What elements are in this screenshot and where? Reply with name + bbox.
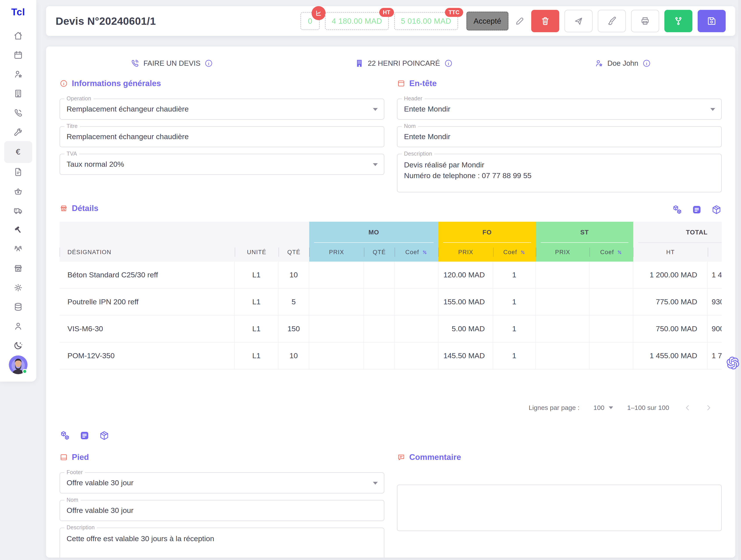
col-mo-qte: QTÉ: [364, 243, 395, 262]
entete-description-textarea[interactable]: Description Devis réalisé par Mondir Num…: [397, 154, 722, 192]
building-icon: [355, 59, 364, 68]
sidebar-item-home[interactable]: [4, 30, 32, 42]
table-row[interactable]: Béton Standard C25/30 reff L1 10 120.00 …: [60, 262, 722, 289]
table-toolbar-bottom: [60, 430, 722, 441]
sidebar-item-team[interactable]: [4, 243, 32, 255]
titre-input[interactable]: Titre Remplacement échangeur chaudière: [60, 126, 384, 147]
section-title-text: Commentaire: [409, 453, 461, 462]
sidebar-item-client[interactable]: [4, 68, 32, 80]
field-value: Remplacement échangeur chaudière: [67, 104, 189, 114]
app-logo: Tcl: [11, 7, 25, 17]
table-row[interactable]: POM-12V-350 L1 10 145.50 MAD 1 1 455.00 …: [60, 343, 722, 369]
group-total: TOTAL HT: [633, 222, 722, 262]
info-icon[interactable]: [204, 59, 213, 68]
rows-per-page-select[interactable]: 100: [593, 404, 613, 412]
cell-designation: VIS-M6-30: [60, 315, 235, 342]
col-fo-prix: PRIX: [439, 243, 493, 262]
header-actions: 0 4 180.00 MAD HT 5 016.00 MAD TTC Accep…: [300, 10, 726, 32]
sidebar-item-phone[interactable]: [4, 107, 32, 119]
dark-mode-toggle[interactable]: [4, 339, 32, 352]
sidebar-nav: €: [4, 30, 32, 352]
field-label: Nom: [402, 123, 418, 129]
section-title-entete: En-tête: [397, 79, 722, 88]
layout-footer-icon: [60, 453, 68, 461]
section-commentaire: Commentaire: [397, 448, 722, 538]
sidebar-item-purchases[interactable]: [4, 185, 32, 197]
phone-call-icon: [130, 59, 139, 68]
user-avatar[interactable]: [9, 355, 27, 374]
client-link[interactable]: Doe John: [594, 59, 651, 68]
blocks-icon[interactable]: [60, 430, 70, 441]
table-header: DÉSIGNATION UNITÉ QTÉ MO PRIX QTÉ Coef: [60, 222, 722, 262]
blocks-icon[interactable]: [672, 204, 682, 215]
table-row[interactable]: Poutrelle IPN 200 reff L1 5 155.00 MAD 1…: [60, 289, 722, 315]
package-icon[interactable]: [711, 204, 722, 215]
col-st-prix: PRIX: [536, 243, 590, 262]
sidebar-item-delivery[interactable]: [4, 205, 32, 216]
edit-button[interactable]: [514, 15, 526, 27]
team-icon: [13, 244, 23, 254]
variants-button[interactable]: [664, 10, 692, 32]
trash-icon: [540, 16, 550, 26]
list-icon[interactable]: [79, 430, 90, 441]
col-designation: DÉSIGNATION: [60, 243, 235, 262]
next-page-button[interactable]: [704, 403, 713, 412]
package-icon[interactable]: [99, 430, 110, 441]
metric-ht-value: 4 180.00 MAD: [332, 17, 382, 25]
sidebar-item-documents[interactable]: [4, 166, 32, 178]
gear-icon: [13, 283, 23, 293]
footer-select[interactable]: Footer Offre valable 30 jour: [60, 472, 384, 493]
chevron-down-icon: [373, 108, 378, 111]
page-header: Devis N°20240601/1 0 4 180.00 MAD HT 5 0…: [46, 6, 735, 36]
quote-type-link[interactable]: FAIRE UN DEVIS: [130, 59, 213, 68]
operation-select[interactable]: Operation Remplacement échangeur chaudiè…: [60, 99, 384, 120]
delete-button[interactable]: [531, 10, 559, 32]
commentaire-textarea[interactable]: [397, 485, 722, 531]
sidebar-item-store[interactable]: [4, 262, 32, 274]
sidebar-item-tools[interactable]: [4, 126, 32, 138]
pied-description-textarea[interactable]: Description Cette offre est valable 30 j…: [60, 527, 384, 558]
design-button[interactable]: [598, 10, 626, 32]
chevron-down-icon: [373, 163, 378, 166]
building-icon: [13, 88, 23, 99]
field-label: TVA: [64, 150, 79, 157]
sidebar-item-database[interactable]: [4, 301, 32, 313]
section-title-text: Pied: [72, 453, 89, 462]
info-icon[interactable]: [444, 59, 453, 68]
send-button[interactable]: [564, 10, 593, 32]
field-value: Entete Mondir: [404, 131, 451, 142]
message-icon: [397, 453, 405, 461]
pied-nom-input[interactable]: Nom Offre valable 30 jour: [60, 500, 384, 521]
sidebar-item-calendar[interactable]: [4, 49, 32, 61]
cell-designation: POM-12V-350: [60, 343, 235, 369]
section-title-text: Informations générales: [72, 79, 161, 88]
header-select[interactable]: Header Entete Mondir: [397, 99, 722, 120]
metric-count: 0: [300, 12, 320, 30]
basket-icon: [13, 186, 23, 196]
sidebar-item-company[interactable]: [4, 88, 32, 100]
col-mo-coef: Coef: [395, 243, 439, 262]
field-value: Devis réalisé par Mondir Numéro de telep…: [404, 160, 531, 181]
fork-icon: [673, 16, 683, 26]
save-button[interactable]: [698, 10, 726, 32]
previous-page-button[interactable]: [683, 403, 692, 412]
section-title-pied: Pied: [60, 453, 384, 462]
print-button[interactable]: [631, 10, 659, 32]
list-icon[interactable]: [691, 204, 702, 215]
contact-bar: FAIRE UN DEVIS 22 HENRI POINCARÉ Doe Joh…: [60, 59, 722, 68]
entete-nom-input[interactable]: Nom Entete Mondir: [397, 126, 722, 147]
info-icon[interactable]: [642, 59, 651, 68]
site-address-link[interactable]: 22 HENRI POINCARÉ: [355, 59, 453, 68]
phone-icon: [13, 108, 23, 118]
chevron-down-icon: [710, 108, 715, 111]
sidebar-item-projects[interactable]: [4, 224, 32, 236]
sidebar-item-account[interactable]: [4, 320, 32, 332]
sidebar-item-settings[interactable]: [4, 282, 32, 294]
ttc-badge: TTC: [445, 8, 463, 17]
field-label: Operation: [64, 95, 93, 102]
table-row[interactable]: VIS-M6-30 L1 150 5.00 MAD 1 750.00 MAD 9…: [60, 315, 722, 343]
page-scrollbar[interactable]: [738, 0, 741, 560]
sidebar-item-billing[interactable]: €: [4, 141, 32, 163]
layout-header-icon: [397, 79, 405, 88]
tva-select[interactable]: TVA Taux normal 20%: [60, 154, 384, 175]
